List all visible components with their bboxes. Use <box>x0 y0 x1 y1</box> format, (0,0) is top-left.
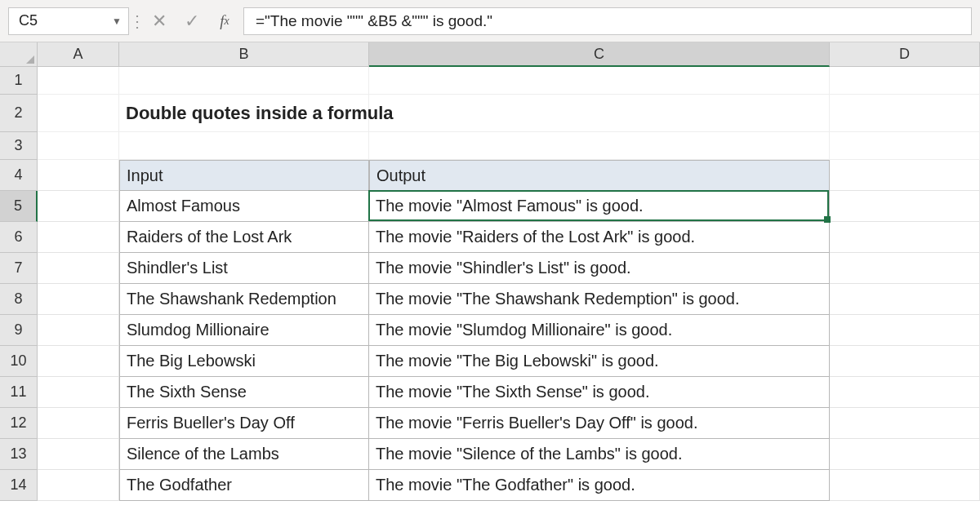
row-header-13[interactable]: 13 <box>0 439 38 470</box>
dropdown-icon[interactable]: ▼ <box>112 16 122 27</box>
row-header-10[interactable]: 10 <box>0 346 38 377</box>
cell-D2[interactable] <box>830 95 980 132</box>
cell-D3[interactable] <box>830 132 980 160</box>
cell-C3[interactable] <box>369 132 830 160</box>
cell-A9[interactable] <box>38 315 119 346</box>
cell-A4[interactable] <box>38 160 119 191</box>
row-header-2[interactable]: 2 <box>0 95 38 132</box>
formula-bar: C5 ▼ ⋮ ✕ ✓ fx ="The movie """ &B5 &""" i… <box>0 0 980 42</box>
cell-B4[interactable]: Input <box>119 160 369 191</box>
select-all-corner[interactable] <box>0 42 38 67</box>
row-1: 1 <box>0 67 980 95</box>
row-header-6[interactable]: 6 <box>0 222 38 253</box>
cell-C2[interactable] <box>369 95 830 132</box>
cell-B2[interactable]: Double quotes inside a formula <box>119 95 369 132</box>
cell-C7[interactable]: The movie "Shindler's List" is good. <box>369 253 830 284</box>
column-headers: A B C D <box>0 42 980 67</box>
col-header-C[interactable]: C <box>369 42 830 67</box>
row-10: 10The Big LebowskiThe movie "The Big Leb… <box>0 346 980 377</box>
cell-B10[interactable]: The Big Lebowski <box>119 346 369 377</box>
cell-A12[interactable] <box>38 408 119 439</box>
row-header-4[interactable]: 4 <box>0 160 38 191</box>
cell-D5[interactable] <box>830 191 980 222</box>
sheet-title: Double quotes inside a formula <box>126 103 394 124</box>
cell-B13[interactable]: Silence of the Lambs <box>119 439 369 470</box>
row-9: 9Slumdog MillionaireThe movie "Slumdog M… <box>0 315 980 346</box>
cell-D1[interactable] <box>830 67 980 95</box>
cell-C9[interactable]: The movie "Slumdog Millionaire" is good. <box>369 315 830 346</box>
cell-B8[interactable]: The Shawshank Redemption <box>119 284 369 315</box>
cell-A2[interactable] <box>38 95 119 132</box>
cell-C1[interactable] <box>369 67 830 95</box>
col-header-A[interactable]: A <box>38 42 119 67</box>
cell-B11[interactable]: The Sixth Sense <box>119 377 369 408</box>
formula-text: ="The movie """ &B5 &""" is good." <box>256 12 492 30</box>
row-8: 8The Shawshank RedemptionThe movie "The … <box>0 284 980 315</box>
cell-C5[interactable]: The movie "Almost Famous" is good. <box>369 191 830 222</box>
cell-C11[interactable]: The movie "The Sixth Sense" is good. <box>369 377 830 408</box>
row-header-5[interactable]: 5 <box>0 191 38 222</box>
cell-D7[interactable] <box>830 253 980 284</box>
formula-input[interactable]: ="The movie """ &B5 &""" is good." <box>243 7 972 35</box>
cell-A5[interactable] <box>38 191 119 222</box>
name-box-value: C5 <box>19 12 38 29</box>
cell-D14[interactable] <box>830 470 980 501</box>
cell-D6[interactable] <box>830 222 980 253</box>
row-4: 4 Input Output <box>0 160 980 191</box>
cell-A14[interactable] <box>38 470 119 501</box>
enter-icon[interactable]: ✓ <box>178 7 206 35</box>
cell-B14[interactable]: The Godfather <box>119 470 369 501</box>
row-header-11[interactable]: 11 <box>0 377 38 408</box>
cell-D13[interactable] <box>830 439 980 470</box>
cell-C14[interactable]: The movie "The Godfather" is good. <box>369 470 830 501</box>
cell-B12[interactable]: Ferris Bueller's Day Off <box>119 408 369 439</box>
name-box[interactable]: C5 ▼ <box>8 7 129 35</box>
col-header-B[interactable]: B <box>119 42 369 67</box>
cell-B1[interactable] <box>119 67 369 95</box>
separator: ⋮ <box>134 9 140 33</box>
cell-D4[interactable] <box>830 160 980 191</box>
cell-B9[interactable]: Slumdog Millionaire <box>119 315 369 346</box>
row-header-9[interactable]: 9 <box>0 315 38 346</box>
cell-D8[interactable] <box>830 284 980 315</box>
cell-C8[interactable]: The movie "The Shawshank Redemption" is … <box>369 284 830 315</box>
row-2: 2 Double quotes inside a formula <box>0 95 980 132</box>
row-header-14[interactable]: 14 <box>0 470 38 501</box>
cell-D12[interactable] <box>830 408 980 439</box>
rows: 1 2 Double quotes inside a formula 3 <box>0 67 980 501</box>
row-6: 6Raiders of the Lost ArkThe movie "Raide… <box>0 222 980 253</box>
cell-D11[interactable] <box>830 377 980 408</box>
row-7: 7Shindler's ListThe movie "Shindler's Li… <box>0 253 980 284</box>
cell-B7[interactable]: Shindler's List <box>119 253 369 284</box>
cell-A11[interactable] <box>38 377 119 408</box>
row-header-3[interactable]: 3 <box>0 132 38 160</box>
cell-A7[interactable] <box>38 253 119 284</box>
cell-C4[interactable]: Output <box>369 160 830 191</box>
row-14: 14The GodfatherThe movie "The Godfather"… <box>0 470 980 501</box>
cell-A3[interactable] <box>38 132 119 160</box>
row-header-8[interactable]: 8 <box>0 284 38 315</box>
cell-A13[interactable] <box>38 439 119 470</box>
cancel-icon[interactable]: ✕ <box>145 7 173 35</box>
cell-B6[interactable]: Raiders of the Lost Ark <box>119 222 369 253</box>
cell-D10[interactable] <box>830 346 980 377</box>
col-header-D[interactable]: D <box>830 42 980 67</box>
cell-B5[interactable]: Almost Famous <box>119 191 369 222</box>
cell-A6[interactable] <box>38 222 119 253</box>
cell-D9[interactable] <box>830 315 980 346</box>
cell-C12[interactable]: The movie "Ferris Bueller's Day Off" is … <box>369 408 830 439</box>
row-header-1[interactable]: 1 <box>0 67 38 95</box>
row-header-7[interactable]: 7 <box>0 253 38 284</box>
fx-icon[interactable]: fx <box>211 7 238 35</box>
cell-A10[interactable] <box>38 346 119 377</box>
row-header-12[interactable]: 12 <box>0 408 38 439</box>
cell-B3[interactable] <box>119 132 369 160</box>
cell-C10[interactable]: The movie "The Big Lebowski" is good. <box>369 346 830 377</box>
spreadsheet-grid: A B C D 1 2 Double quotes inside a formu… <box>0 42 980 501</box>
cell-A1[interactable] <box>38 67 119 95</box>
cell-C13[interactable]: The movie "Silence of the Lambs" is good… <box>369 439 830 470</box>
cell-C6[interactable]: The movie "Raiders of the Lost Ark" is g… <box>369 222 830 253</box>
row-11: 11The Sixth SenseThe movie "The Sixth Se… <box>0 377 980 408</box>
cell-A8[interactable] <box>38 284 119 315</box>
row-5: 5Almost FamousThe movie "Almost Famous" … <box>0 191 980 222</box>
